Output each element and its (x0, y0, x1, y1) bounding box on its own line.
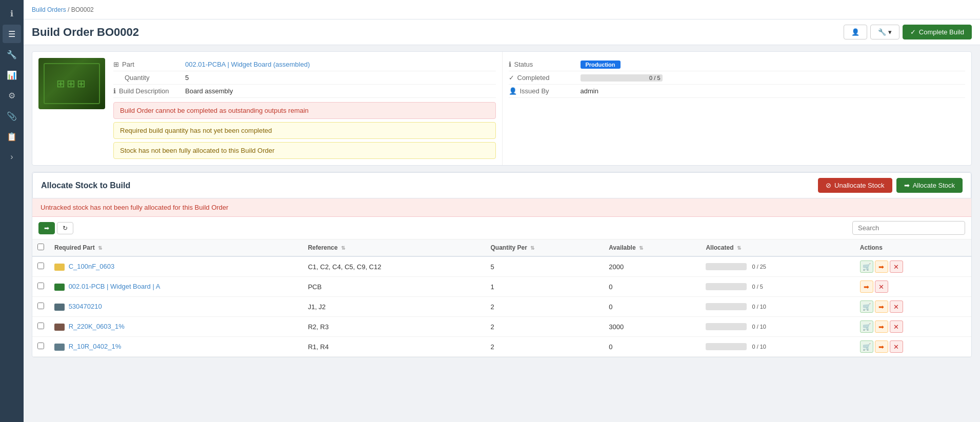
delete-button[interactable]: ✕ (890, 320, 903, 333)
reference-cell: J1, J2 (303, 297, 485, 317)
search-input[interactable] (852, 221, 965, 235)
allocated-cell: 0 / 10 (701, 297, 854, 317)
part-type-icon (54, 264, 65, 271)
completed-icon: ✓ (509, 74, 514, 82)
build-order-card: ⊞ Part 002.01-PCBA | Widget Board (assem… (32, 51, 972, 166)
delete-button[interactable]: ✕ (890, 340, 903, 353)
part-name-cell: R_220K_0603_1% (49, 317, 303, 337)
quantity-per-cell: 5 (486, 256, 604, 277)
unallocate-stock-button[interactable]: ⊘ Unallocate Stock (818, 178, 892, 193)
col-reference: Reference ⇅ (303, 239, 485, 256)
row-checkbox[interactable] (37, 323, 44, 329)
available-cell: 0 (604, 277, 701, 297)
part-type-icon (54, 324, 65, 331)
table-actions-left: ➡ ↻ (38, 222, 73, 234)
description-label: ℹ Build Description (113, 87, 185, 95)
pcb-image (38, 58, 105, 109)
sort-icon-available: ⇅ (639, 245, 643, 251)
breadcrumb: Build Orders / BO0002 (32, 6, 94, 13)
quantity-per-cell: 2 (486, 337, 604, 357)
sidebar-icon-copy[interactable]: 📋 (3, 127, 21, 146)
breadcrumb-parent[interactable]: Build Orders (32, 6, 66, 13)
allocate-icon-button[interactable]: ➡ (38, 222, 55, 234)
issued-by-row: 👤 Issued By admin (509, 85, 966, 98)
row-checkbox[interactable] (37, 343, 44, 349)
info-icon: ℹ (113, 87, 116, 95)
quantity-per-cell: 1 (486, 277, 604, 297)
allocated-cell: 0 / 25 (701, 256, 854, 277)
actions-cell: 🛒 ➡ ✕ (855, 337, 971, 357)
row-checkbox[interactable] (37, 283, 44, 289)
user-icon-button[interactable]: 👤 (844, 25, 867, 39)
sidebar-icon-chevron[interactable]: › (3, 148, 21, 166)
description-value: Board assembly (185, 87, 233, 95)
part-name-link[interactable]: R_10R_0402_1% (69, 343, 122, 350)
available-cell: 0 (604, 337, 701, 357)
sidebar-icon-tools[interactable]: 🔧 (3, 45, 21, 64)
part-name-link[interactable]: R_220K_0603_1% (69, 323, 125, 330)
header-actions: 👤 🔧 ▾ ✓ Complete Build (844, 25, 972, 39)
row-checkbox-cell (32, 277, 49, 297)
part-link[interactable]: 002.01-PCBA | Widget Board (assembled) (185, 61, 310, 68)
tools-dropdown-button[interactable]: 🔧 ▾ (870, 25, 899, 39)
allocated-cell: 0 / 10 (701, 337, 854, 357)
move-button[interactable]: ➡ (875, 300, 888, 313)
part-name-link[interactable]: C_100nF_0603 (69, 263, 115, 270)
cart-button[interactable]: 🛒 (860, 260, 873, 273)
cart-button[interactable]: 🛒 (860, 340, 873, 353)
refresh-button[interactable]: ↻ (57, 222, 73, 234)
page-header: Build Order BO0002 👤 🔧 ▾ ✓ Complete Buil… (24, 19, 980, 45)
delete-button[interactable]: ✕ (875, 280, 888, 293)
sidebar-icon-menu[interactable]: ☰ (3, 25, 21, 43)
allocated-progress-bar (706, 303, 747, 310)
quantity-per-cell: 2 (486, 317, 604, 337)
move-button[interactable]: ➡ (875, 340, 888, 353)
build-info-left: ⊞ Part 002.01-PCBA | Widget Board (assem… (32, 52, 502, 165)
allocated-text: 0 / 10 (752, 344, 766, 350)
alert-danger: Build Order cannot be completed as outst… (113, 102, 496, 119)
row-actions: 🛒 ➡ ✕ (860, 340, 966, 353)
reference-cell: PCB (303, 277, 485, 297)
sidebar-icon-info[interactable]: ℹ (3, 4, 21, 23)
table-row: R_10R_0402_1% R1, R4 2 0 0 / 10 🛒 ➡ ✕ (32, 337, 971, 357)
status-label: ℹ Status (509, 61, 581, 68)
reference-cell: R2, R3 (303, 317, 485, 337)
table-row: R_220K_0603_1% R2, R3 2 3000 0 / 10 🛒 ➡ … (32, 317, 971, 337)
completed-progress-bar: 0 / 5 (581, 74, 663, 82)
part-name-link[interactable]: 530470210 (69, 303, 102, 310)
row-actions: 🛒 ➡ ✕ (860, 320, 966, 333)
delete-button[interactable]: ✕ (890, 260, 903, 273)
allocate-table: Required Part ⇅ Reference ⇅ Quantity Per… (32, 239, 971, 357)
col-required-part: Required Part ⇅ (49, 239, 303, 256)
delete-button[interactable]: ✕ (890, 300, 903, 313)
move-button[interactable]: ➡ (860, 280, 873, 293)
sidebar-icon-hierarchy[interactable]: ⚙ (3, 86, 21, 105)
move-button[interactable]: ➡ (875, 260, 888, 273)
sort-icon-reference: ⇅ (341, 245, 345, 251)
allocated-progress-bar (706, 263, 747, 270)
row-checkbox[interactable] (37, 303, 44, 309)
part-name-link[interactable]: 002.01-PCB | Widget Board | A (69, 283, 161, 290)
build-info-table: ⊞ Part 002.01-PCBA | Widget Board (assem… (113, 58, 496, 159)
sidebar-icon-clip[interactable]: 📎 (3, 107, 21, 125)
completed-value: 0 / 5 (581, 74, 663, 82)
select-all-checkbox[interactable] (37, 244, 44, 250)
complete-build-button[interactable]: ✓ Complete Build (903, 25, 972, 39)
topbar: Build Orders / BO0002 (24, 0, 980, 19)
allocate-section-title: Allocate Stock to Build (41, 181, 130, 190)
part-type-icon (54, 344, 65, 351)
move-button[interactable]: ➡ (875, 320, 888, 333)
row-checkbox[interactable] (37, 263, 44, 269)
sidebar-icon-chart[interactable]: 📊 (3, 66, 21, 84)
cart-button[interactable]: 🛒 (860, 320, 873, 333)
allocated-text: 0 / 5 (752, 284, 763, 290)
row-actions: 🛒 ➡ ✕ (860, 300, 966, 313)
alerts-section: Build Order cannot be completed as outst… (113, 102, 496, 159)
breadcrumb-separator: / (68, 6, 71, 13)
build-info-right: ℹ Status Production ✓ Completed (502, 52, 972, 165)
cart-button[interactable]: 🛒 (860, 300, 873, 313)
breadcrumb-current: BO0002 (71, 6, 94, 13)
allocate-stock-button[interactable]: ➡ Allocate Stock (896, 178, 963, 193)
available-cell: 0 (604, 297, 701, 317)
part-name-cell: 002.01-PCB | Widget Board | A (49, 277, 303, 297)
